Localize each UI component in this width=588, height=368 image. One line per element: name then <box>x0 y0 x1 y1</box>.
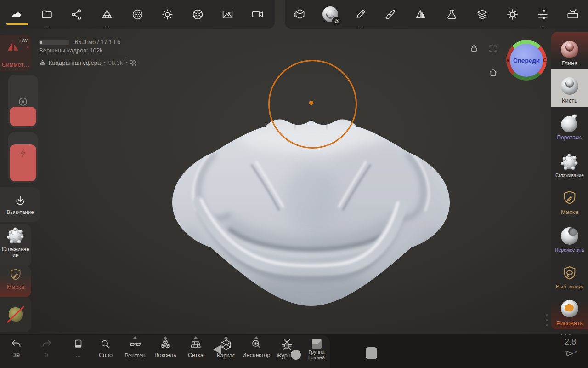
sculpt-tool-icon <box>10 8 24 20</box>
fullscreen-icon <box>488 44 498 53</box>
folder-icon <box>41 8 53 21</box>
app-window: … … <box>0 0 588 368</box>
stencil-disabled-button[interactable] <box>0 297 31 332</box>
crossed-blob-icon <box>5 304 26 325</box>
brush-settings-badge[interactable] <box>332 17 341 25</box>
interface-more-dots: … <box>540 23 545 27</box>
fullscreen-button[interactable] <box>488 44 498 53</box>
vertices-value: 102k <box>90 47 102 54</box>
topology-button[interactable] <box>436 0 467 29</box>
gizmo-front-face[interactable]: Спереди <box>510 44 543 77</box>
inspector-button[interactable]: Инспектор <box>242 339 271 366</box>
pen-cursor-icon <box>565 350 574 357</box>
dotted-sphere-icon <box>131 8 144 21</box>
intensity-slider-fill[interactable] <box>10 144 36 181</box>
brush-cursor-center-dot <box>309 101 313 105</box>
background-button[interactable] <box>213 0 243 29</box>
symmetry-toggle-button[interactable]: L/W › Симмет… <box>0 34 31 71</box>
layers-button[interactable] <box>467 0 497 29</box>
matcap-ball-icon <box>322 6 338 22</box>
pen-pressure-indicator: a <box>565 350 577 357</box>
active-brush-preview-button[interactable] <box>315 0 345 29</box>
toolbox-icon <box>566 8 579 21</box>
gizmo-front-label: Спереди <box>513 57 540 64</box>
brush-item-select-mask[interactable]: Выб. маску <box>551 255 588 293</box>
history-more-dots: … <box>75 352 81 358</box>
settings-button[interactable] <box>497 0 527 29</box>
symmetry-expand-chevron: › <box>26 45 28 50</box>
symmetry-axis-badge: L/W <box>19 38 28 43</box>
image-icon <box>221 8 234 21</box>
xray-button[interactable]: Рентген <box>121 339 149 366</box>
topbar-right: … … <box>285 0 588 29</box>
subtract-mode-button[interactable]: Вычитание <box>0 187 40 222</box>
gear-icon <box>334 18 339 24</box>
brush-item-move[interactable]: Переместить <box>551 218 588 255</box>
symmetry-button[interactable] <box>406 0 436 29</box>
pencil-icon <box>355 8 367 21</box>
radius-slider-fill[interactable] <box>10 107 36 126</box>
export-button[interactable] <box>62 0 92 29</box>
undo-button[interactable]: 39 <box>2 339 31 366</box>
material-sphere-button[interactable] <box>122 0 153 29</box>
panel-caret <box>133 336 137 339</box>
pyramid-blocks-icon <box>39 59 46 66</box>
pen-mode-letter: a <box>575 349 577 354</box>
brush-item-smooth[interactable]: Сглаживание <box>551 144 588 181</box>
intensity-slider[interactable] <box>8 132 38 183</box>
cube-3d-icon <box>294 8 306 21</box>
brush-item-mask[interactable]: Маска <box>551 181 588 218</box>
paintbrush-icon <box>385 8 397 21</box>
redo-icon <box>40 339 52 351</box>
orientation-gizmo[interactable]: а С Спереди <box>506 40 547 80</box>
solo-button[interactable]: Соло <box>91 339 120 366</box>
symmetry-label: Симмет… <box>0 61 31 68</box>
lighting-button[interactable] <box>153 0 183 29</box>
undo-count: 39 <box>13 352 20 358</box>
subtract-label: Вычитание <box>6 209 34 215</box>
sliders-icon <box>537 8 549 21</box>
brush-item-paint[interactable]: Рисовать <box>551 292 588 329</box>
mask-shortcut-button[interactable]: Маска <box>0 266 31 297</box>
floating-square-button[interactable] <box>366 347 377 359</box>
lock-view-button[interactable] <box>469 44 479 54</box>
radius-slider[interactable] <box>8 75 38 128</box>
video-camera-icon <box>251 8 264 21</box>
camera-button[interactable] <box>243 0 273 29</box>
aperture-icon <box>192 8 204 21</box>
scene-stats: 65.3 мб / 17.1 Гб Вершины кадров: 102k К… <box>39 39 136 66</box>
subtract-arrow-icon <box>13 195 27 207</box>
sun-icon <box>161 8 174 21</box>
toolbar-collapse-arrow[interactable] <box>213 345 221 354</box>
redo-button[interactable]: 0 <box>32 339 61 366</box>
history-button[interactable]: … <box>64 339 92 366</box>
home-view-button[interactable] <box>488 68 498 78</box>
brush-item-clay[interactable]: Глина <box>551 32 588 69</box>
stroke-settings-button[interactable]: … <box>345 0 376 29</box>
tool-sculpt-button[interactable] <box>2 0 32 29</box>
inspector-eye-icon <box>250 339 262 351</box>
facegroup-button[interactable]: Группа Граней <box>301 339 332 366</box>
mask-shield-icon <box>8 267 23 283</box>
object-name: Квадратная сфера <box>49 59 101 66</box>
paint-ball-icon <box>560 299 580 319</box>
gizmo-right-label-fragment: С <box>543 58 547 63</box>
paint-button[interactable] <box>376 0 406 29</box>
object-row[interactable]: Квадратная сфера • 98.3k • <box>39 59 136 66</box>
view-gizmo-button[interactable] <box>285 0 315 29</box>
voxel-button[interactable]: Воксель <box>151 339 180 366</box>
files-button[interactable]: … <box>32 0 62 29</box>
palette-page-dots <box>561 334 571 335</box>
brush-item-brush-selected[interactable]: Кисть <box>551 69 588 107</box>
object-vertex-count: 98.3k <box>108 59 123 66</box>
grid-button[interactable]: Сетка <box>181 339 210 366</box>
brush-item-drag[interactable]: Перетаск. <box>551 107 588 144</box>
toolbox-button[interactable] <box>558 0 588 29</box>
vertices-row: Вершины кадров: 102k <box>39 47 136 54</box>
postprocess-button[interactable] <box>182 0 213 29</box>
scene-button[interactable]: … <box>92 0 123 29</box>
brush-ball-icon <box>560 76 580 96</box>
smooth-shortcut-button[interactable]: Сглаживание <box>0 224 31 267</box>
panel-caret <box>194 336 198 339</box>
interface-button[interactable]: … <box>527 0 558 29</box>
